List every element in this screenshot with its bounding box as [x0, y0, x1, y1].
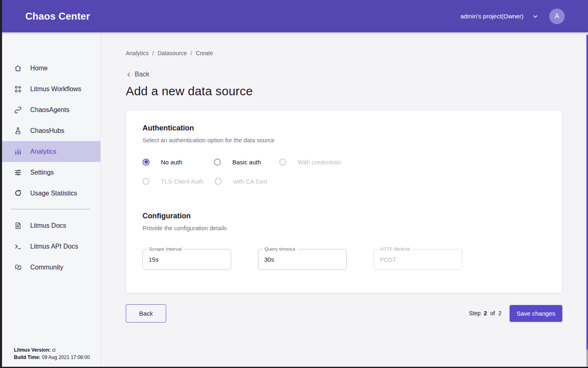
radio-disabled-icon [215, 178, 222, 185]
scrape-interval-field: Scrape Interval [143, 249, 231, 270]
datasource-form-card: Authentication Select an authentication … [126, 110, 562, 293]
breadcrumb: Analytics / Datasource / Create [126, 50, 588, 56]
circular-arrow-icon [14, 189, 22, 197]
radio-tls-client-auth: TLS Client Auth [143, 178, 215, 185]
bar-chart-icon [14, 148, 22, 156]
radio-no-auth[interactable]: No auth [143, 159, 214, 166]
sidebar-item-usage-statistics[interactable]: Usage Statistics [0, 183, 100, 204]
sidebar-item-chaosagents[interactable]: ChaosAgents [0, 99, 100, 120]
http-method-label: HTTP Method [378, 247, 412, 251]
step-total: 2 [498, 310, 501, 316]
radio-selected-icon [143, 159, 149, 166]
radio-with-ca-cert: with CA Cert [215, 178, 267, 185]
vertical-scrollbar[interactable] [586, 35, 588, 367]
project-switcher[interactable]: admin's project(Owner) [460, 13, 539, 20]
auth-options-row-2: TLS Client Auth with CA Cert [143, 178, 546, 185]
configuration-section-title: Configuration [143, 212, 546, 220]
chevron-down-icon [532, 13, 539, 20]
radio-unselected-icon [214, 159, 221, 166]
radio-with-credentials: With credentials [279, 159, 341, 166]
sliders-icon [14, 168, 22, 177]
http-method-input [374, 249, 462, 269]
header-right: admin's project(Owner) A [460, 9, 588, 24]
save-changes-button[interactable]: Save changes [510, 305, 562, 322]
back-link[interactable]: Back [126, 71, 149, 78]
http-method-field: HTTP Method [374, 249, 462, 270]
configuration-fields: Scrape Interval Query timeout HTTP Metho… [143, 249, 546, 270]
query-timeout-field: Query timeout [258, 249, 347, 270]
build-info: Litmus Version: ci Build Time: 09 Aug 20… [14, 346, 90, 361]
build-time-label: Build Time: [14, 355, 40, 360]
sidebar-item-chaoshubs[interactable]: ChaosHubs [0, 120, 100, 141]
chain-link-icon [14, 106, 22, 114]
version-value: ci [51, 347, 56, 353]
flask-icon [14, 127, 22, 135]
auth-options-row-1: No auth Basic auth With credentials [143, 159, 546, 166]
breadcrumb-separator: / [191, 50, 192, 56]
authentication-section-title: Authentication [143, 124, 546, 132]
project-label: admin's project(Owner) [460, 13, 523, 20]
radio-disabled-icon [143, 178, 149, 185]
radio-basic-auth[interactable]: Basic auth [214, 159, 279, 166]
radio-disabled-icon [279, 159, 286, 166]
document-icon [14, 222, 22, 230]
step-current: 2 [484, 310, 487, 316]
sidebar: Home Litmus Workflows ChaosAgents ChaosH… [0, 32, 101, 368]
query-timeout-label: Query timeout [263, 247, 297, 251]
breadcrumb-separator: / [152, 50, 154, 56]
scrollbar-track [586, 350, 588, 367]
form-actions: Back Step 2 of 2 Save changes [126, 304, 562, 323]
authentication-section-subtitle: Select an authentication option for the … [143, 137, 546, 144]
query-timeout-input[interactable] [258, 249, 346, 269]
step-indicator: Step 2 of 2 [469, 310, 501, 316]
back-button[interactable]: Back [126, 304, 166, 323]
sidebar-item-litmus-workflows[interactable]: Litmus Workflows [0, 79, 100, 99]
terminal-icon [14, 242, 22, 251]
chat-bubbles-icon [14, 263, 22, 272]
main-content: Analytics / Datasource / Create Back Add… [101, 32, 588, 368]
workflows-icon [14, 85, 22, 93]
version-label: Litmus Version: [14, 347, 51, 353]
sidebar-item-litmus-docs[interactable]: Litmus Docs [0, 215, 100, 236]
breadcrumb-analytics[interactable]: Analytics [126, 50, 149, 56]
screen-edge-left [0, 0, 2, 367]
app-header: Chaos Center admin's project(Owner) A [0, 0, 588, 32]
chevron-left-icon [126, 72, 132, 78]
sidebar-nav: Home Litmus Workflows ChaosAgents ChaosH… [0, 32, 100, 278]
avatar[interactable]: A [549, 9, 565, 24]
sidebar-item-community[interactable]: Community [0, 257, 100, 278]
scrape-interval-input[interactable] [143, 249, 231, 269]
breadcrumb-datasource[interactable]: Datasource [158, 50, 187, 56]
breadcrumb-create[interactable]: Create [196, 50, 213, 56]
home-icon [14, 64, 22, 72]
sidebar-item-settings[interactable]: Settings [0, 162, 100, 183]
sidebar-item-analytics[interactable]: Analytics [0, 141, 100, 162]
scrape-interval-label: Scrape Interval [147, 247, 184, 251]
sidebar-divider [11, 209, 90, 209]
configuration-section-subtitle: Provide the configuration details [143, 225, 546, 231]
page-title: Add a new data source [126, 84, 588, 98]
sidebar-item-home[interactable]: Home [0, 58, 100, 79]
sidebar-item-litmus-api-docs[interactable]: Litmus API Docs [0, 236, 100, 257]
scrollbar-thumb[interactable] [586, 35, 588, 350]
app-title: Chaos Center [25, 11, 90, 22]
build-time-value: 09 Aug 2021 17:08:00 [40, 355, 90, 360]
